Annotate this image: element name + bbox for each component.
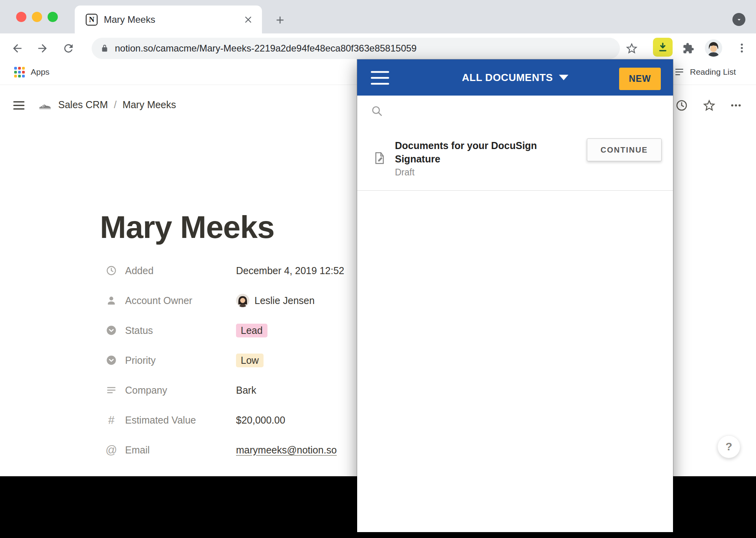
property-row-company: Company Bark (105, 375, 344, 405)
screen: N Mary Meeks (0, 0, 756, 538)
back-button[interactable] (11, 42, 24, 55)
document-status: Draft (395, 167, 415, 178)
property-label[interactable]: Status (125, 325, 236, 336)
property-row-account-owner: Account Owner Leslie Jensen (105, 286, 344, 315)
search-input[interactable] (390, 105, 660, 116)
zoom-window-button[interactable] (48, 12, 58, 22)
url-text[interactable]: notion.so/camacme/Mary-Meeks-2219a2de94f… (115, 43, 417, 54)
lock-icon[interactable] (100, 44, 109, 53)
text-lines-icon (105, 383, 118, 397)
bookmark-star-icon[interactable] (625, 42, 638, 55)
page-title[interactable]: Mary Meeks (100, 209, 275, 245)
apps-shortcut[interactable]: Apps (14, 66, 50, 78)
tab-strip: N Mary Meeks (0, 0, 756, 33)
notion-sidebar-menu-icon[interactable] (12, 98, 26, 112)
tab-title: Mary Meeks (104, 14, 155, 25)
browser-menu-icon[interactable] (736, 42, 748, 54)
property-label[interactable]: Priority (125, 355, 236, 366)
forward-button[interactable] (36, 42, 49, 55)
document-list-item[interactable]: Documents for your DocuSign Signature Dr… (357, 133, 673, 191)
select-dropdown-icon (105, 354, 118, 367)
favorite-star-icon[interactable] (703, 99, 716, 112)
property-label[interactable]: Email (125, 444, 236, 456)
property-value-priority[interactable]: Low (236, 354, 264, 367)
new-document-button[interactable]: NEW (619, 68, 661, 90)
document-edit-icon (372, 151, 387, 166)
breadcrumb-current[interactable]: Mary Meeks (122, 99, 176, 111)
account-owner-name: Leslie Jensen (254, 295, 315, 306)
docusign-header: ALL DOCUMENTS NEW (357, 59, 673, 96)
extensions-puzzle-icon[interactable] (682, 42, 695, 55)
breadcrumb-separator: / (114, 99, 116, 111)
property-value-status[interactable]: Lead (236, 324, 267, 337)
docusign-search-bar (357, 96, 673, 126)
property-value-account-owner[interactable]: Leslie Jensen (236, 294, 315, 307)
property-row-priority: Priority Low (105, 345, 344, 375)
chevron-down-icon (559, 75, 568, 80)
status-tag[interactable]: Lead (236, 324, 267, 337)
close-window-button[interactable] (16, 12, 26, 22)
select-dropdown-icon (105, 324, 118, 337)
apps-label: Apps (31, 67, 50, 77)
reading-list-label: Reading List (690, 67, 736, 77)
reading-list-button[interactable]: Reading List (674, 66, 736, 78)
reading-list-icon (674, 67, 684, 77)
help-button[interactable]: ? (717, 435, 740, 458)
new-tab-button[interactable] (273, 13, 287, 27)
property-value-company[interactable]: Bark (236, 385, 256, 396)
property-label[interactable]: Estimated Value (125, 415, 236, 426)
notion-favicon-icon: N (86, 14, 98, 26)
search-icon (371, 105, 383, 117)
property-label[interactable]: Added (125, 265, 236, 276)
breadcrumb: Sales CRM / Mary Meeks (58, 99, 176, 111)
page-emoji-sneaker-icon[interactable] (38, 98, 53, 112)
property-row-added: Added December 4, 2019 12:52 (105, 256, 344, 286)
property-value-email[interactable]: marymeeks@notion.so (236, 444, 337, 456)
minimize-window-button[interactable] (32, 12, 42, 22)
docusign-panel: ALL DOCUMENTS NEW Documents for your Doc… (357, 59, 673, 532)
leslie-avatar (236, 294, 249, 307)
page-more-options-icon[interactable] (729, 99, 743, 112)
reload-button[interactable] (62, 42, 75, 55)
property-label[interactable]: Company (125, 385, 236, 396)
address-bar[interactable]: notion.so/camacme/Mary-Meeks-2219a2de94f… (92, 38, 620, 59)
all-documents-label: ALL DOCUMENTS (462, 72, 553, 84)
priority-tag[interactable]: Low (236, 354, 264, 367)
email-at-icon: @ (105, 443, 118, 457)
property-list: Added December 4, 2019 12:52 Account Own… (105, 256, 344, 465)
property-row-status: Status Lead (105, 315, 344, 345)
document-title[interactable]: Documents for your DocuSign Signature (395, 139, 568, 166)
number-hash-icon: # (105, 413, 118, 427)
tab-close-icon[interactable] (242, 14, 254, 26)
breadcrumb-root[interactable]: Sales CRM (58, 99, 108, 111)
clock-icon (105, 264, 118, 277)
property-value-estimated[interactable]: $20,000.00 (236, 415, 285, 426)
browser-tab[interactable]: N Mary Meeks (75, 6, 262, 33)
download-icon[interactable] (653, 38, 673, 57)
property-value-added[interactable]: December 4, 2019 12:52 (236, 265, 344, 276)
person-icon (105, 294, 118, 307)
profile-avatar[interactable] (705, 39, 722, 57)
property-row-email: @ Email marymeeks@notion.so (105, 435, 344, 465)
continue-button[interactable]: CONTINUE (587, 138, 662, 161)
apps-grid-icon (14, 67, 25, 77)
tab-search-button[interactable] (732, 13, 745, 26)
property-label[interactable]: Account Owner (125, 295, 236, 306)
page-history-clock-icon[interactable] (675, 99, 688, 112)
property-row-estimated-value: # Estimated Value $20,000.00 (105, 405, 344, 435)
